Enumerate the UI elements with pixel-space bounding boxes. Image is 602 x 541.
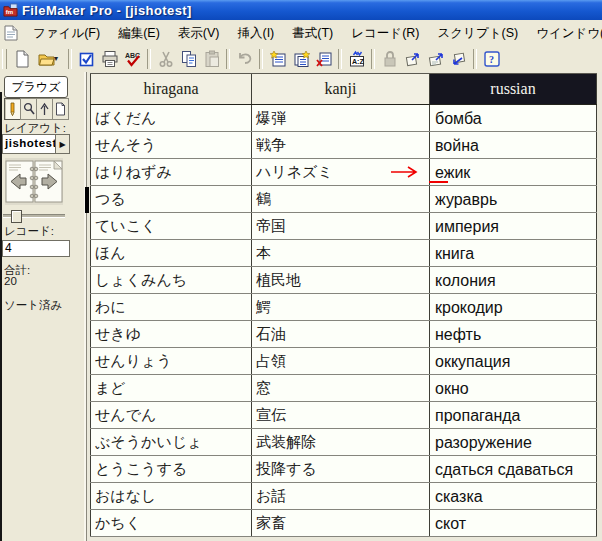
russian-cell[interactable]: ежик: [429, 159, 597, 185]
hiragana-cell[interactable]: おはなし: [90, 483, 251, 509]
checkbox-button[interactable]: [75, 47, 98, 70]
status-area: ブラウズ: [0, 72, 87, 541]
russian-cell[interactable]: колония: [429, 267, 597, 293]
open-file-button[interactable]: ▾: [33, 47, 65, 70]
hiragana-cell[interactable]: つる: [90, 186, 251, 212]
kanji-cell[interactable]: 爆弾: [251, 105, 429, 131]
hiragana-cell[interactable]: とうこうする: [90, 456, 251, 482]
kanji-cell[interactable]: ハリネズミ: [251, 159, 429, 185]
hiragana-cell[interactable]: せんそう: [90, 132, 251, 158]
kanji-cell[interactable]: 家畜: [251, 510, 429, 536]
lock-icon: [381, 50, 399, 68]
russian-cell[interactable]: скот: [429, 510, 597, 536]
hiragana-cell[interactable]: せんでん: [90, 402, 251, 428]
hiragana-cell[interactable]: わに: [90, 294, 251, 320]
table-row: せんそう 戦争 война: [90, 132, 597, 159]
record-label: レコード:: [4, 224, 54, 239]
hiragana-cell[interactable]: まど: [90, 375, 251, 401]
menu-item[interactable]: 挿入(I): [228, 21, 283, 45]
undo-icon: [236, 50, 254, 68]
kanji-cell[interactable]: 戦争: [251, 132, 429, 158]
preview-mode-button[interactable]: [52, 98, 69, 120]
total-value: 20: [4, 275, 17, 287]
new-record-button[interactable]: [266, 47, 289, 70]
book-navigator[interactable]: [5, 158, 63, 205]
undo-button[interactable]: [233, 47, 256, 70]
cut-button[interactable]: [154, 47, 177, 70]
new-record-icon: [269, 50, 287, 68]
menu-item[interactable]: 編集(E): [109, 21, 169, 45]
copy-button[interactable]: [177, 47, 200, 70]
record-slider[interactable]: [3, 210, 65, 220]
sort-button[interactable]: A:Z: [345, 47, 368, 70]
russian-cell[interactable]: жураврь: [429, 186, 597, 212]
new-file-button[interactable]: [10, 47, 33, 70]
kanji-cell[interactable]: 窓: [251, 375, 429, 401]
russian-cell[interactable]: книга: [429, 240, 597, 266]
kanji-cell[interactable]: 鶴: [251, 186, 429, 212]
duplicate-record-button[interactable]: [289, 47, 312, 70]
toolbar-separator: [68, 49, 72, 69]
kanji-cell[interactable]: 宣伝: [251, 402, 429, 428]
record-number-input[interactable]: 4: [2, 240, 70, 257]
russian-cell[interactable]: бомба: [429, 105, 597, 131]
find-mode-button[interactable]: [20, 98, 37, 120]
paste-button[interactable]: [200, 47, 223, 70]
send-back-button[interactable]: [447, 47, 470, 70]
kanji-cell[interactable]: 投降する: [251, 456, 429, 482]
spell-check-button[interactable]: ABC: [121, 47, 144, 70]
russian-cell[interactable]: сказка: [429, 483, 597, 509]
russian-cell[interactable]: война: [429, 132, 597, 158]
hiragana-cell[interactable]: ぶそうかいじょ: [90, 429, 251, 455]
hiragana-cell[interactable]: はりねずみ: [90, 159, 251, 185]
delete-record-button[interactable]: [312, 47, 335, 70]
russian-cell[interactable]: разоружение: [429, 429, 597, 455]
slider-thumb[interactable]: [11, 210, 22, 223]
menu-item[interactable]: レコード(R): [342, 21, 428, 45]
russian-cell[interactable]: пропаганда: [429, 402, 597, 428]
hiragana-cell[interactable]: かちく: [90, 510, 251, 536]
kanji-cell[interactable]: 占領: [251, 348, 429, 374]
layout-dropdown-value: jishotest: [3, 135, 55, 153]
hiragana-cell[interactable]: せんりょう: [90, 348, 251, 374]
kanji-cell[interactable]: 鰐: [251, 294, 429, 320]
table-row: せんでん 宣伝 пропаганда: [90, 402, 597, 429]
toolbar-grip[interactable]: [2, 49, 7, 69]
cut-icon: [157, 50, 175, 68]
kanji-cell[interactable]: 本: [251, 240, 429, 266]
menu-item[interactable]: 表示(V): [169, 21, 229, 45]
lock-button[interactable]: [378, 47, 401, 70]
russian-cell[interactable]: империя: [429, 213, 597, 239]
print-button[interactable]: [98, 47, 121, 70]
hiragana-cell[interactable]: ほん: [90, 240, 251, 266]
hiragana-cell[interactable]: ばくだん: [90, 105, 251, 131]
kanji-cell[interactable]: 帝国: [251, 213, 429, 239]
russian-cell[interactable]: сдаться сдаваться: [429, 456, 597, 482]
send-forward-alt-button[interactable]: [424, 47, 447, 70]
kanji-cell[interactable]: 石油: [251, 321, 429, 347]
menu-item[interactable]: スクリプト(S): [429, 21, 528, 45]
hiragana-cell[interactable]: せきゆ: [90, 321, 251, 347]
hiragana-cell[interactable]: しょくみんち: [90, 267, 251, 293]
kanji-cell[interactable]: 武装解除: [251, 429, 429, 455]
help-button[interactable]: ?: [480, 47, 503, 70]
layout-mode-button[interactable]: [36, 98, 53, 120]
table-row: せきゆ 石油 нефть: [90, 321, 597, 348]
open-file-dropdown-icon[interactable]: ▾: [54, 54, 58, 63]
hiragana-cell[interactable]: ていこく: [90, 213, 251, 239]
send-forward-button[interactable]: [401, 47, 424, 70]
kanji-cell[interactable]: 植民地: [251, 267, 429, 293]
browse-mode-button[interactable]: [4, 98, 21, 120]
menu-item[interactable]: ウインドウ(W): [527, 21, 602, 45]
layout-dropdown[interactable]: jishotest ▶: [2, 134, 70, 154]
menu-item[interactable]: 書式(T): [283, 21, 342, 45]
kanji-cell[interactable]: お話: [251, 483, 429, 509]
mode-popup-button[interactable]: ブラウズ: [4, 76, 68, 98]
russian-cell[interactable]: оккупация: [429, 348, 597, 374]
dropdown-arrow-icon[interactable]: ▶: [55, 135, 69, 153]
russian-cell[interactable]: нефть: [429, 321, 597, 347]
menu-item[interactable]: ファイル(F): [24, 21, 109, 45]
russian-cell[interactable]: крокодир: [429, 294, 597, 320]
russian-cell[interactable]: окно: [429, 375, 597, 401]
document-icon[interactable]: [4, 25, 18, 41]
